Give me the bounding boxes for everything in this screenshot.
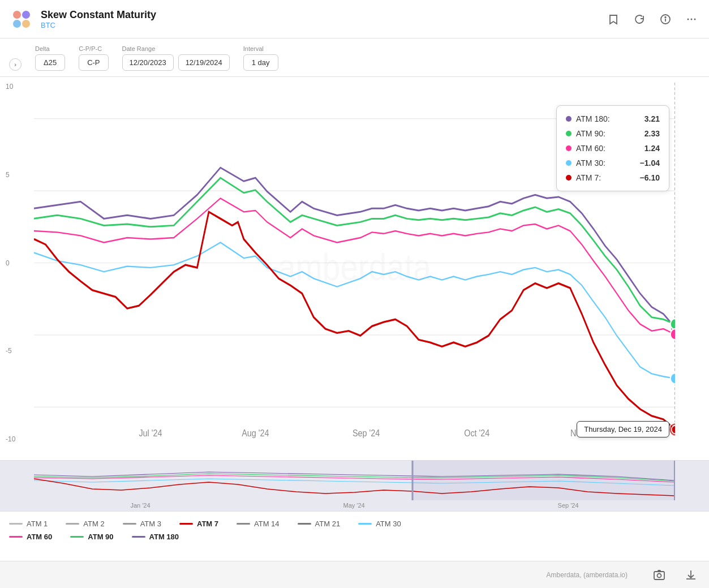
tooltip-dot-atm60: [566, 145, 572, 151]
svg-point-8: [691, 18, 693, 20]
tooltip-dot-atm30: [566, 160, 572, 166]
legend-line-atm180: [132, 536, 145, 538]
delta-label: Delta: [35, 45, 65, 52]
y-label-10: 10: [6, 83, 15, 91]
cp-control: C-P/P-C C-P: [79, 45, 108, 71]
svg-point-6: [665, 16, 666, 18]
cp-label: C-P/P-C: [79, 45, 108, 52]
legend-label-atm3: ATM 3: [140, 520, 161, 528]
main-chart: 10 5 0 -5 -10: [0, 77, 709, 460]
tooltip-label-atm7: ATM 7:: [576, 173, 635, 182]
legend-label-atm2: ATM 2: [83, 520, 104, 528]
date-range-label: Date Range: [122, 45, 230, 52]
screenshot-button[interactable]: [650, 566, 668, 584]
collapse-sidebar-button[interactable]: ›: [9, 58, 22, 71]
tooltip-value-atm60: 1.24: [644, 144, 660, 153]
svg-text:Sep '24: Sep '24: [353, 428, 380, 438]
legend-label-atm7: ATM 7: [197, 520, 218, 528]
legend-atm3: ATM 3: [123, 520, 161, 528]
info-button[interactable]: [657, 11, 674, 28]
legend-line-atm21: [298, 523, 311, 525]
legend-label-atm14: ATM 14: [254, 520, 280, 528]
tooltip-value-atm30: −1.04: [640, 158, 660, 168]
legend-label-atm21: ATM 21: [315, 520, 341, 528]
legend-line-atm1: [9, 523, 23, 525]
title-actions: [605, 11, 700, 28]
svg-point-3: [22, 20, 30, 28]
legend-line-atm90: [70, 536, 84, 538]
legend-label-atm30: ATM 30: [376, 520, 401, 528]
svg-point-7: [687, 18, 689, 20]
tooltip-atm30: ATM 30: −1.04: [566, 156, 660, 170]
interval-label: Interval: [243, 45, 278, 52]
legend-row-2: ATM 60 ATM 90 ATM 180: [9, 533, 700, 541]
date-end-input[interactable]: 12/19/2024: [178, 54, 230, 71]
controls-bar: › Delta Δ25 C-P/P-C C-P Date Range 12/20…: [0, 38, 709, 77]
svg-point-2: [13, 20, 21, 28]
date-range-control: Date Range 12/20/2023 12/19/2024: [122, 45, 230, 71]
svg-rect-31: [654, 572, 664, 580]
legend-row-1: ATM 1 ATM 2 ATM 3 ATM 7 ATM 14: [9, 520, 700, 528]
minimap-labels: Jan '24 May '24 Sep '24: [0, 502, 709, 509]
legend-atm1: ATM 1: [9, 520, 48, 528]
tooltip-label-atm30: ATM 30:: [576, 158, 635, 168]
tooltip-box: ATM 180: 3.21 ATM 90: 2.33 ATM 60: 1.24 …: [556, 105, 669, 191]
tooltip-dot-atm180: [566, 116, 572, 122]
title-bar: Skew Constant Maturity BTC: [0, 0, 709, 38]
svg-point-26: [672, 426, 675, 434]
y-label-5: 5: [6, 171, 15, 179]
tooltip-dot-atm90: [566, 131, 572, 136]
tooltip-date-text: Thursday, Dec 19, 2024: [584, 425, 662, 434]
tooltip-label-atm90: ATM 90:: [576, 129, 640, 138]
minimap-label-jan: Jan '24: [130, 502, 150, 509]
legend-atm30: ATM 30: [358, 520, 401, 528]
y-label-0: 0: [6, 259, 15, 267]
bookmark-button[interactable]: [605, 11, 622, 28]
minimap-label-sep: Sep '24: [558, 502, 579, 509]
minimap-label-may: May '24: [343, 502, 364, 509]
date-start-input[interactable]: 12/20/2023: [122, 54, 174, 71]
tooltip-label-atm180: ATM 180:: [576, 114, 640, 123]
attribution-text: Amberdata, (amberdata.io): [547, 571, 628, 579]
tooltip-label-atm60: ATM 60:: [576, 144, 640, 153]
tooltip-dot-atm7: [566, 175, 572, 181]
refresh-button[interactable]: [631, 11, 648, 28]
legend-line-atm3: [123, 523, 136, 525]
svg-point-32: [658, 573, 661, 577]
bottom-actions: [650, 566, 700, 584]
more-button[interactable]: [683, 11, 700, 28]
legend-atm7: ATM 7: [179, 520, 218, 528]
y-axis-labels: 10 5 0 -5 -10: [6, 83, 15, 443]
legend-label-atm90: ATM 90: [88, 533, 113, 541]
tooltip-atm180: ATM 180: 3.21: [566, 111, 660, 126]
svg-point-24: [671, 373, 675, 384]
legend-label-atm180: ATM 180: [149, 533, 179, 541]
legend-atm180: ATM 180: [132, 533, 179, 541]
tooltip-atm7: ATM 7: −6.10: [566, 170, 660, 185]
date-range-inputs: 12/20/2023 12/19/2024: [122, 54, 230, 71]
legend-line-atm2: [66, 523, 79, 525]
interval-control: Interval 1 day: [243, 45, 278, 71]
legend-atm2: ATM 2: [66, 520, 104, 528]
tooltip-atm60: ATM 60: 1.24: [566, 141, 660, 156]
legend-label-atm60: ATM 60: [27, 533, 52, 541]
page-title: Skew Constant Maturity: [41, 9, 156, 21]
svg-text:Oct '24: Oct '24: [464, 428, 489, 438]
asset-subtitle: BTC: [41, 21, 156, 29]
tooltip-value-atm7: −6.10: [640, 173, 660, 182]
interval-button[interactable]: 1 day: [243, 54, 278, 71]
legend-line-atm30: [358, 523, 372, 525]
minimap-area[interactable]: Jan '24 May '24 Sep '24: [0, 460, 709, 511]
chart-area: 10 5 0 -5 -10: [0, 77, 709, 588]
svg-point-1: [22, 11, 30, 19]
tooltip-atm90: ATM 90: 2.33: [566, 126, 660, 141]
app-container: Skew Constant Maturity BTC › Delta Δ25: [0, 0, 709, 588]
download-button[interactable]: [682, 566, 700, 584]
svg-rect-29: [411, 461, 413, 500]
delta-button[interactable]: Δ25: [35, 54, 65, 71]
minimap-svg: [34, 461, 675, 500]
svg-point-23: [671, 329, 675, 340]
svg-point-22: [671, 319, 675, 329]
tooltip-value-atm90: 2.33: [644, 129, 660, 138]
cp-button[interactable]: C-P: [79, 54, 108, 71]
